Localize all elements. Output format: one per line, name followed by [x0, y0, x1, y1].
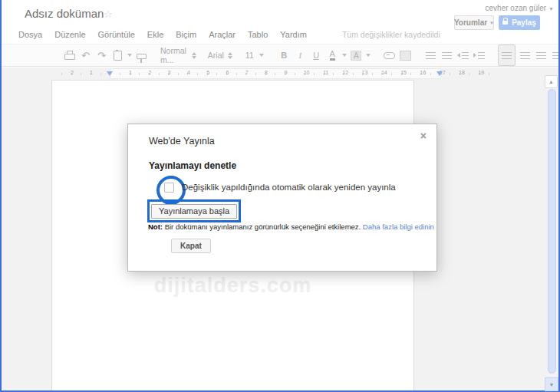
- updown-arrows-icon: [228, 52, 233, 59]
- text-color-button[interactable]: A: [330, 50, 335, 61]
- scrollbar-up-button[interactable]: ▲: [545, 75, 558, 88]
- menu-duzenle[interactable]: Düzenle: [54, 30, 85, 39]
- chevron-up-icon: ▲: [548, 79, 554, 84]
- start-publishing-button[interactable]: Yayınlamaya başla: [151, 204, 237, 219]
- ruler-number: 15: [400, 70, 407, 75]
- highlight-color-button[interactable]: A: [351, 51, 361, 61]
- ruler-number: 4: [187, 70, 190, 75]
- dialog-section-heading: Yayınlamayı denetle: [149, 160, 236, 171]
- ruler-left-margin-marker[interactable]: [107, 71, 113, 76]
- ruler-number: 16: [420, 70, 427, 75]
- menu-dosya[interactable]: Dosya: [18, 30, 42, 39]
- bullet-list-button[interactable]: [440, 48, 453, 63]
- menu-yardim[interactable]: Yardım: [280, 30, 307, 39]
- star-icon[interactable]: ☆: [104, 8, 113, 20]
- comments-button-label: Yorumlar: [454, 18, 487, 27]
- ruler-number: 1: [129, 70, 132, 75]
- account-menu[interactable]: cevher ozan güler▼: [486, 4, 554, 12]
- outdent-button[interactable]: [456, 48, 469, 63]
- auto-republish-checkbox[interactable]: [164, 183, 174, 193]
- paste-button[interactable]: [111, 48, 124, 63]
- undo-button[interactable]: ↶: [79, 48, 92, 63]
- annotation-rectangle: Yayınlamaya başla: [147, 199, 241, 222]
- align-center-button[interactable]: [519, 48, 532, 63]
- font-size-dropdown[interactable]: 11: [245, 51, 265, 60]
- dialog-note: Not: Bir dokümanı yayınlamanız görünürlü…: [148, 222, 434, 231]
- align-center-icon: [520, 52, 530, 59]
- auto-republish-label: Değişiklik yapıldığında otomatik olarak …: [182, 183, 396, 192]
- numbered-list-button[interactable]: [424, 48, 437, 63]
- indent-lines-icon: [478, 52, 485, 59]
- ruler-ticks: [61, 73, 491, 75]
- paint-roller-icon: [137, 54, 147, 59]
- outdent-icon: [457, 53, 460, 58]
- chevron-down-icon: ▼: [549, 382, 555, 387]
- ruler-number: 6: [226, 70, 229, 75]
- learn-more-link[interactable]: Daha fazla bilgi edinin: [363, 222, 434, 231]
- comments-button[interactable]: Yorumlar▼: [454, 15, 494, 30]
- menu-ekle[interactable]: Ekle: [147, 30, 163, 39]
- insert-image-button[interactable]: [399, 48, 412, 63]
- menu-araclar[interactable]: Araçlar: [209, 30, 236, 39]
- insert-link-button[interactable]: [383, 48, 396, 63]
- lock-icon: [502, 21, 508, 25]
- ruler-number: 10: [304, 70, 310, 75]
- align-right-button[interactable]: [535, 48, 548, 63]
- share-button[interactable]: Paylaş: [499, 15, 540, 30]
- highlight-arrow-icon[interactable]: [366, 54, 371, 57]
- numbered-list-icon: [426, 52, 436, 59]
- print-icon: [64, 54, 75, 60]
- bold-button[interactable]: B: [278, 48, 291, 63]
- dialog-close-icon[interactable]: ×: [420, 130, 427, 142]
- paste-dropdown-arrow-icon[interactable]: [127, 54, 132, 57]
- align-justify-icon: [552, 52, 560, 59]
- paragraph-style-value: Normal m...: [160, 46, 188, 64]
- ruler: 2112345678910111213141516171819: [0, 68, 545, 80]
- menu-bar: Dosya Düzenle Görüntüle Ekle Biçim Araçl…: [18, 30, 440, 39]
- dialog-title: Web'de Yayınla: [149, 136, 215, 147]
- ruler-number: 5: [206, 70, 209, 75]
- paragraph-style-dropdown[interactable]: Normal m...: [160, 46, 196, 64]
- note-prefix: Not:: [148, 222, 163, 231]
- google-docs-window: Adsız doküman ☆ cevher ozan güler▼ Dosya…: [0, 0, 560, 392]
- ruler-number: 11: [323, 70, 328, 75]
- ruler-number: 2: [71, 70, 74, 75]
- scrollbar-thumb[interactable]: [548, 89, 556, 374]
- close-dialog-button[interactable]: Kapat: [171, 239, 211, 253]
- indent-button[interactable]: [473, 48, 486, 63]
- image-icon: [400, 51, 411, 61]
- menu-tablo[interactable]: Tablo: [248, 30, 268, 39]
- ruler-number: 13: [362, 70, 368, 75]
- menu-bicim[interactable]: Biçim: [176, 30, 196, 39]
- link-icon: [384, 52, 395, 59]
- share-button-label: Paylaş: [512, 18, 536, 27]
- outdent-lines-icon: [462, 52, 469, 59]
- note-text: Bir dokümanı yayınlamanız görünürlük seç…: [163, 222, 363, 231]
- align-left-icon: [502, 52, 512, 59]
- font-family-dropdown[interactable]: Arial: [208, 51, 233, 60]
- print-button[interactable]: [63, 48, 76, 63]
- ruler-right-margin-marker[interactable]: [436, 71, 443, 76]
- bullet-list-icon: [442, 52, 452, 59]
- save-status: Tüm değişiklikler kaydedildi: [342, 30, 440, 39]
- font-family-value: Arial: [208, 51, 224, 60]
- underline-button[interactable]: U: [310, 48, 323, 63]
- text-color-arrow-icon[interactable]: [342, 54, 347, 57]
- align-justify-button[interactable]: [551, 48, 560, 63]
- format-paint-button[interactable]: [135, 48, 148, 63]
- publish-to-web-dialog: × Web'de Yayınla Yayınlamayı denetle Değ…: [127, 124, 437, 272]
- scrollbar-down-button[interactable]: ▼: [545, 377, 558, 391]
- ruler-number: 8: [265, 70, 268, 75]
- account-name: cevher ozan güler: [486, 4, 547, 12]
- document-title[interactable]: Adsız doküman: [25, 7, 104, 20]
- italic-button[interactable]: I: [294, 48, 307, 63]
- scrollbar-track[interactable]: [548, 89, 556, 374]
- font-size-value: 11: [245, 51, 254, 60]
- ruler-number: 3: [168, 70, 171, 75]
- align-left-button[interactable]: [498, 44, 516, 66]
- ruler-number: 9: [284, 70, 287, 75]
- updown-arrows-icon: [192, 52, 196, 59]
- ruler-number: 19: [478, 70, 484, 75]
- redo-button[interactable]: ↷: [95, 48, 108, 63]
- menu-goruntule[interactable]: Görüntüle: [98, 30, 135, 39]
